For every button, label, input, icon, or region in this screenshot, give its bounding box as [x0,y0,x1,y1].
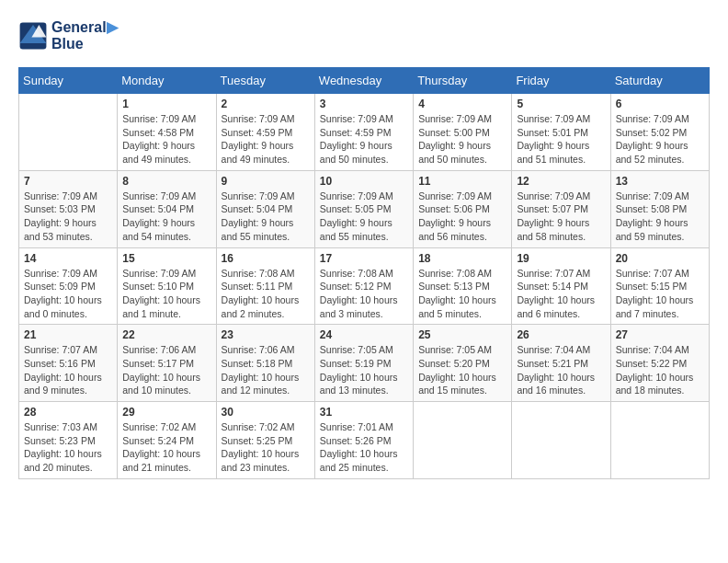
day-number: 2 [222,98,310,110]
day-number: 5 [517,98,605,110]
calendar-cell: 16Sunrise: 7:08 AMSunset: 5:11 PMDayligh… [216,247,314,325]
day-info: Sunrise: 7:09 AMSunset: 5:05 PMDaylight:… [320,190,408,244]
week-row-3: 14Sunrise: 7:09 AMSunset: 5:09 PMDayligh… [19,247,710,325]
day-info: Sunrise: 7:08 AMSunset: 5:12 PMDaylight:… [320,267,408,321]
page-header: General▶ Blue [18,18,710,52]
calendar-cell: 24Sunrise: 7:05 AMSunset: 5:19 PMDayligh… [314,325,413,402]
day-info: Sunrise: 7:09 AMSunset: 5:08 PMDaylight:… [616,190,704,244]
day-info: Sunrise: 7:01 AMSunset: 5:26 PMDaylight:… [320,420,408,475]
day-info: Sunrise: 7:07 AMSunset: 5:16 PMDaylight:… [24,343,112,397]
day-info: Sunrise: 7:04 AMSunset: 5:21 PMDaylight:… [517,343,605,397]
day-info: Sunrise: 7:09 AMSunset: 5:09 PMDaylight:… [24,267,112,321]
calendar-cell: 9Sunrise: 7:09 AMSunset: 5:04 PMDaylight… [216,170,314,247]
calendar-cell: 11Sunrise: 7:09 AMSunset: 5:06 PMDayligh… [414,170,512,247]
day-info: Sunrise: 7:05 AMSunset: 5:19 PMDaylight:… [320,343,408,397]
calendar-cell: 20Sunrise: 7:07 AMSunset: 5:15 PMDayligh… [610,247,709,325]
calendar-header-row: SundayMondayTuesdayWednesdayThursdayFrid… [19,68,710,94]
day-number: 7 [24,175,112,188]
day-number: 4 [418,98,506,110]
day-number: 10 [320,175,408,188]
calendar-cell: 4Sunrise: 7:09 AMSunset: 5:00 PMDaylight… [414,94,512,171]
calendar-cell: 6Sunrise: 7:09 AMSunset: 5:02 PMDaylight… [610,94,709,171]
calendar-cell: 22Sunrise: 7:06 AMSunset: 5:17 PMDayligh… [118,325,216,402]
day-number: 3 [320,98,408,110]
day-number: 16 [222,252,310,265]
day-info: Sunrise: 7:02 AMSunset: 5:25 PMDaylight:… [222,420,310,475]
calendar-cell: 3Sunrise: 7:09 AMSunset: 4:59 PMDaylight… [314,94,413,171]
calendar-cell: 21Sunrise: 7:07 AMSunset: 5:16 PMDayligh… [19,325,118,402]
day-number: 1 [122,98,210,110]
day-number: 13 [616,175,704,188]
logo-icon [18,21,48,51]
day-number: 19 [517,252,605,265]
logo-text: General▶ Blue [51,18,118,52]
calendar-cell: 1Sunrise: 7:09 AMSunset: 4:58 PMDaylight… [118,94,216,171]
calendar-cell: 2Sunrise: 7:09 AMSunset: 4:59 PMDaylight… [216,94,314,171]
calendar-cell: 15Sunrise: 7:09 AMSunset: 5:10 PMDayligh… [118,247,216,325]
day-number: 23 [222,328,310,341]
day-info: Sunrise: 7:07 AMSunset: 5:15 PMDaylight:… [616,267,704,321]
day-number: 12 [517,175,605,188]
day-info: Sunrise: 7:09 AMSunset: 5:03 PMDaylight:… [24,190,112,244]
day-info: Sunrise: 7:09 AMSunset: 4:58 PMDaylight:… [122,112,210,167]
logo: General▶ Blue [18,18,118,52]
day-info: Sunrise: 7:09 AMSunset: 4:59 PMDaylight:… [222,112,310,167]
day-number: 29 [122,406,210,419]
day-info: Sunrise: 7:09 AMSunset: 5:10 PMDaylight:… [122,267,210,321]
calendar-cell [19,94,118,171]
calendar-cell [414,402,512,479]
calendar-cell: 31Sunrise: 7:01 AMSunset: 5:26 PMDayligh… [314,402,413,479]
header-tuesday: Tuesday [216,68,314,94]
day-info: Sunrise: 7:05 AMSunset: 5:20 PMDaylight:… [418,343,506,397]
calendar-cell: 19Sunrise: 7:07 AMSunset: 5:14 PMDayligh… [512,247,610,325]
day-number: 27 [616,328,704,341]
calendar-cell: 28Sunrise: 7:03 AMSunset: 5:23 PMDayligh… [19,402,118,479]
day-number: 28 [24,406,112,419]
day-number: 21 [24,328,112,341]
calendar-cell: 18Sunrise: 7:08 AMSunset: 5:13 PMDayligh… [414,247,512,325]
calendar-table: SundayMondayTuesdayWednesdayThursdayFrid… [18,67,710,479]
day-info: Sunrise: 7:06 AMSunset: 5:17 PMDaylight:… [122,343,210,397]
calendar-cell: 13Sunrise: 7:09 AMSunset: 5:08 PMDayligh… [610,170,709,247]
day-number: 15 [122,252,210,265]
calendar-cell: 26Sunrise: 7:04 AMSunset: 5:21 PMDayligh… [512,325,610,402]
header-sunday: Sunday [19,68,118,94]
day-info: Sunrise: 7:04 AMSunset: 5:22 PMDaylight:… [616,343,704,397]
day-number: 22 [122,328,210,341]
calendar-cell: 23Sunrise: 7:06 AMSunset: 5:18 PMDayligh… [216,325,314,402]
calendar-cell: 8Sunrise: 7:09 AMSunset: 5:04 PMDaylight… [118,170,216,247]
day-info: Sunrise: 7:02 AMSunset: 5:24 PMDaylight:… [122,420,210,475]
calendar-cell: 30Sunrise: 7:02 AMSunset: 5:25 PMDayligh… [216,402,314,479]
header-friday: Friday [512,68,610,94]
day-number: 8 [122,175,210,188]
day-info: Sunrise: 7:03 AMSunset: 5:23 PMDaylight:… [24,420,112,475]
day-info: Sunrise: 7:07 AMSunset: 5:14 PMDaylight:… [517,267,605,321]
day-number: 25 [418,328,506,341]
week-row-4: 21Sunrise: 7:07 AMSunset: 5:16 PMDayligh… [19,325,710,402]
day-info: Sunrise: 7:09 AMSunset: 5:07 PMDaylight:… [517,190,605,244]
header-wednesday: Wednesday [314,68,413,94]
day-info: Sunrise: 7:09 AMSunset: 5:04 PMDaylight:… [122,190,210,244]
week-row-1: 1Sunrise: 7:09 AMSunset: 4:58 PMDaylight… [19,94,710,171]
calendar-cell: 27Sunrise: 7:04 AMSunset: 5:22 PMDayligh… [610,325,709,402]
header-monday: Monday [118,68,216,94]
calendar-cell [512,402,610,479]
day-number: 14 [24,252,112,265]
calendar-cell: 14Sunrise: 7:09 AMSunset: 5:09 PMDayligh… [19,247,118,325]
calendar-cell: 5Sunrise: 7:09 AMSunset: 5:01 PMDaylight… [512,94,610,171]
day-info: Sunrise: 7:09 AMSunset: 5:02 PMDaylight:… [616,112,704,167]
day-info: Sunrise: 7:09 AMSunset: 5:00 PMDaylight:… [418,112,506,167]
calendar-cell: 10Sunrise: 7:09 AMSunset: 5:05 PMDayligh… [314,170,413,247]
calendar-cell [610,402,709,479]
day-number: 20 [616,252,704,265]
day-number: 9 [222,175,310,188]
week-row-2: 7Sunrise: 7:09 AMSunset: 5:03 PMDaylight… [19,170,710,247]
week-row-5: 28Sunrise: 7:03 AMSunset: 5:23 PMDayligh… [19,402,710,479]
day-number: 17 [320,252,408,265]
calendar-cell: 17Sunrise: 7:08 AMSunset: 5:12 PMDayligh… [314,247,413,325]
day-info: Sunrise: 7:09 AMSunset: 5:04 PMDaylight:… [222,190,310,244]
calendar-cell: 12Sunrise: 7:09 AMSunset: 5:07 PMDayligh… [512,170,610,247]
day-number: 18 [418,252,506,265]
calendar-cell: 29Sunrise: 7:02 AMSunset: 5:24 PMDayligh… [118,402,216,479]
day-number: 6 [616,98,704,110]
